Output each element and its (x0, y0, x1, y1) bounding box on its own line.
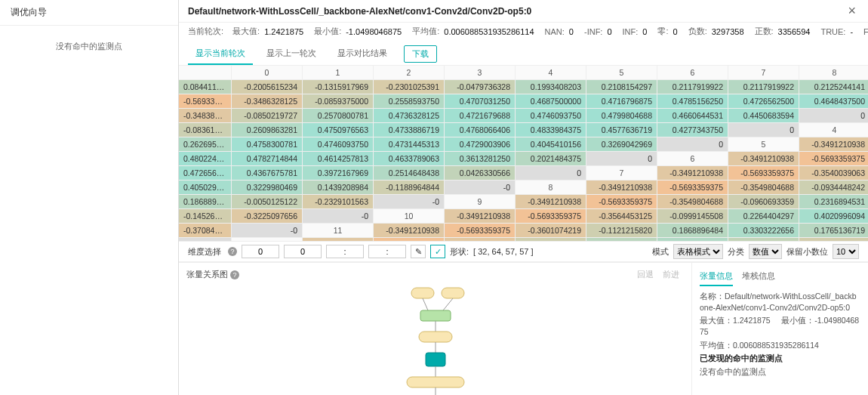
table-cell[interactable]: 0.3972167969 (303, 166, 374, 181)
dim-input-0[interactable] (242, 245, 279, 258)
dim-input-1[interactable] (284, 245, 322, 258)
back-button[interactable]: 回退 (633, 267, 658, 282)
tab-tensor-info[interactable]: 张量信息 (700, 267, 733, 286)
table-cell[interactable]: -0.3664550781 (445, 238, 516, 241)
table-cell[interactable]: -0.0859375000 (303, 94, 374, 109)
table-cell[interactable]: -0.3491210938 (657, 166, 728, 181)
table-cell[interactable]: 0.4785156250 (657, 94, 728, 109)
table-cell[interactable]: -0.1188964844 (374, 181, 445, 195)
table-cell[interactable]: 0.4660644531 (657, 109, 728, 123)
table-cell[interactable]: -0.0934448242 (799, 181, 868, 195)
table-cell[interactable]: -0.5693359375 (179, 94, 232, 109)
table-cell[interactable]: 0.4746093750 (516, 109, 586, 123)
table-cell[interactable]: -0.1121215820 (586, 224, 657, 238)
table-cell[interactable]: 0.2316894531 (799, 195, 868, 209)
tensor-grid[interactable]: 01234567891000.0844116211-0.2005615234-0… (179, 66, 868, 241)
table-cell[interactable]: 0.4045410156 (516, 137, 586, 152)
table-cell[interactable]: 0.4746093750 (303, 137, 374, 152)
table-cell[interactable]: 0.1765136719 (799, 224, 868, 238)
table-cell[interactable]: 0.4833984375 (516, 123, 586, 137)
table-cell[interactable]: -0 (303, 209, 374, 224)
table-cell[interactable]: -0.1192016602 (516, 238, 586, 241)
table-cell[interactable]: 0.4799804688 (586, 109, 657, 123)
table-cell[interactable]: 0.4782714844 (232, 152, 303, 166)
edit-button[interactable]: ✎ (411, 245, 426, 258)
table-cell[interactable]: -0 (445, 181, 516, 195)
table-cell[interactable]: 0.2125244141 (799, 80, 868, 94)
table-cell[interactable]: 0 (586, 152, 657, 166)
table-cell[interactable]: -0.2301025391 (374, 80, 445, 94)
table-cell[interactable]: 0 (516, 166, 586, 181)
table-cell[interactable]: 0.0346069336 (728, 238, 799, 241)
table-cell[interactable]: 0.2570800781 (303, 109, 374, 123)
table-cell[interactable]: -0.3491210938 (445, 209, 516, 224)
table-cell[interactable]: -0.0836181641 (179, 123, 232, 137)
tab-stack-info[interactable]: 堆栈信息 (742, 267, 775, 286)
graph-canvas[interactable] (179, 286, 691, 395)
table-cell[interactable]: 0.2514648438 (374, 166, 445, 181)
table-cell[interactable]: -0.3564453125 (586, 209, 657, 224)
table-cell[interactable]: 0.3303222656 (728, 224, 799, 238)
table-cell[interactable]: -0.3549804688 (657, 195, 728, 209)
table-cell[interactable]: -0.5693359375 (728, 166, 799, 181)
table-cell[interactable]: 0.0844116211 (179, 80, 232, 94)
category-select[interactable]: 数值 (749, 244, 782, 259)
table-cell[interactable]: -0 (179, 238, 232, 241)
table-cell[interactable]: 0.4687500000 (516, 94, 586, 109)
table-cell[interactable]: -0.3491210938 (516, 195, 586, 209)
help-icon[interactable]: ? (228, 247, 237, 256)
table-cell[interactable]: -0.5693359375 (374, 238, 445, 241)
table-cell[interactable]: 0.4277343750 (657, 123, 728, 137)
tab-previous[interactable]: 显示上一轮次 (259, 43, 324, 65)
table-cell[interactable]: -0.0999145508 (657, 209, 728, 224)
table-cell[interactable]: 0.1408081055 (586, 238, 657, 241)
table-cell[interactable]: 0.4758300781 (232, 137, 303, 152)
table-cell[interactable]: -0 (232, 224, 303, 238)
table-cell[interactable]: 0.4633789063 (374, 152, 445, 166)
table-cell[interactable]: -0.3491210938 (799, 137, 868, 152)
table-cell[interactable]: 0 (728, 123, 799, 137)
table-cell[interactable]: 0.2558593750 (374, 94, 445, 109)
table-cell[interactable]: -0.0479736328 (445, 80, 516, 94)
table-cell[interactable]: 0.3269042969 (586, 137, 657, 152)
table-cell[interactable]: 0.2609863281 (232, 123, 303, 137)
table-cell[interactable]: 0.4802246094 (179, 152, 232, 166)
table-cell[interactable]: -0.3601074219 (516, 224, 586, 238)
table-cell[interactable]: -0.0960693359 (728, 195, 799, 209)
table-cell[interactable]: 0.2478027344 (657, 238, 728, 241)
table-cell[interactable]: -0.2005615234 (232, 80, 303, 94)
table-cell[interactable]: 0.4721679688 (445, 109, 516, 123)
table-cell[interactable]: 0 (657, 137, 728, 152)
table-cell[interactable]: -0 (374, 195, 445, 209)
table-cell[interactable]: 0.1993408203 (516, 80, 586, 94)
table-cell[interactable]: 0.4450683594 (728, 109, 799, 123)
table-cell[interactable]: 0.4614257813 (303, 152, 374, 166)
table-cell[interactable]: -0.1315917969 (303, 80, 374, 94)
table-cell[interactable]: 0.4716796875 (586, 94, 657, 109)
table-cell[interactable]: 0.1868896484 (179, 195, 232, 209)
tab-current[interactable]: 显示当前轮次 (188, 43, 253, 65)
table-cell[interactable]: 0.1439208984 (303, 181, 374, 195)
table-cell[interactable]: 0.4750976563 (303, 123, 374, 137)
table-cell[interactable]: -0.5693359375 (799, 152, 868, 166)
table-cell[interactable]: -0.3491210938 (303, 238, 374, 241)
table-cell[interactable]: 0.2117919922 (657, 80, 728, 94)
table-cell[interactable]: 0.4731445313 (374, 137, 445, 152)
table-cell[interactable]: -0.5693359375 (586, 195, 657, 209)
table-cell[interactable]: -0.3225097656 (232, 209, 303, 224)
table-cell[interactable]: 0.4648437500 (799, 94, 868, 109)
table-cell[interactable]: 0.2626953125 (179, 137, 232, 152)
table-cell[interactable]: -0.0850219727 (232, 109, 303, 123)
table-cell[interactable]: -0.3483886719 (179, 109, 232, 123)
table-cell[interactable]: 0.4726562500 (728, 94, 799, 109)
table-cell[interactable]: 0.4733886719 (374, 123, 445, 137)
forward-button[interactable]: 前进 (658, 267, 684, 282)
dim-input-2[interactable] (326, 245, 364, 258)
table-cell[interactable]: 0.4729003906 (445, 137, 516, 152)
table-cell[interactable]: -0.0050125122 (232, 195, 303, 209)
table-cell[interactable]: -0.1701660156 (799, 238, 868, 241)
table-cell[interactable]: -0.1452636719 (179, 209, 232, 224)
decimals-select[interactable]: 10 (833, 244, 859, 259)
dim-input-3[interactable] (368, 245, 406, 258)
table-cell[interactable]: -0.3549804688 (728, 181, 799, 195)
